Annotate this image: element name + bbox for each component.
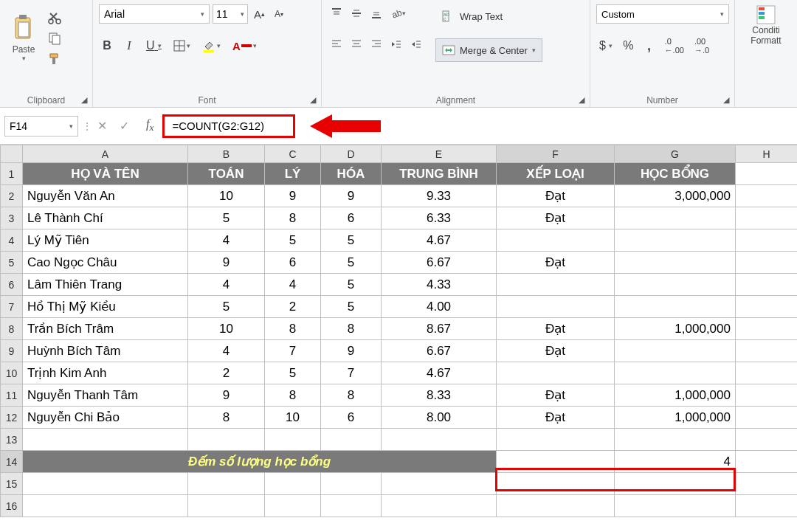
copy-button[interactable] xyxy=(45,30,64,47)
cell[interactable] xyxy=(736,473,798,495)
cell-name[interactable]: Nguyễn Văn An xyxy=(23,185,188,207)
col-header-E[interactable]: E xyxy=(382,145,497,163)
cell[interactable] xyxy=(265,495,321,517)
cell-ly[interactable]: 5 xyxy=(265,362,321,384)
cell[interactable] xyxy=(23,473,188,495)
cell[interactable] xyxy=(736,407,798,429)
clipboard-dialog-launcher[interactable]: ◢ xyxy=(79,94,89,105)
cell[interactable] xyxy=(23,429,188,451)
font-color-button[interactable]: A ▾ xyxy=(230,37,260,55)
cell[interactable] xyxy=(497,473,615,495)
cell[interactable] xyxy=(265,429,321,451)
cut-button[interactable] xyxy=(45,9,64,27)
cell-hoa[interactable]: 8 xyxy=(321,384,382,407)
table-header[interactable]: TRUNG BÌNH xyxy=(382,163,497,185)
cell-name[interactable]: Cao Ngọc Châu xyxy=(23,252,188,274)
format-painter-button[interactable] xyxy=(45,50,64,68)
row-header-6[interactable]: 6 xyxy=(1,274,23,296)
cell-ly[interactable]: 7 xyxy=(265,340,321,362)
cell-hocbong[interactable]: 1,000,000 xyxy=(615,318,736,340)
number-format-combo[interactable]: Custom ▾ xyxy=(596,4,729,24)
cell-name[interactable]: Lý Mỹ Tiên xyxy=(23,229,188,252)
col-header-A[interactable]: A xyxy=(23,145,188,163)
table-header[interactable]: LÝ xyxy=(265,163,321,185)
cell-xeploai[interactable]: Đạt xyxy=(497,318,615,340)
row-header-4[interactable]: 4 xyxy=(1,229,23,252)
row-header-15[interactable]: 15 xyxy=(1,473,23,495)
cell[interactable] xyxy=(736,318,798,340)
row-header-10[interactable]: 10 xyxy=(1,362,23,384)
cell[interactable] xyxy=(736,229,798,252)
align-center-button[interactable] xyxy=(348,35,365,53)
cell-hoa[interactable]: 8 xyxy=(321,318,382,340)
row-header-9[interactable]: 9 xyxy=(1,340,23,362)
cell-name[interactable]: Hồ Thị Mỹ Kiều xyxy=(23,296,188,318)
cell-hocbong[interactable] xyxy=(615,340,736,362)
cell-toan[interactable]: 9 xyxy=(188,384,265,407)
cell-name[interactable]: Lâm Thiên Trang xyxy=(23,274,188,296)
table-header[interactable]: XẾP LOẠI xyxy=(497,163,615,185)
cell[interactable] xyxy=(736,495,798,517)
font-name-combo[interactable]: Arial ▾ xyxy=(99,4,210,24)
cell-ly[interactable]: 2 xyxy=(265,296,321,318)
table-header[interactable]: TOÁN xyxy=(188,163,265,185)
row-header-3[interactable]: 3 xyxy=(1,207,23,229)
cell-hocbong[interactable] xyxy=(615,362,736,384)
row-header-13[interactable]: 13 xyxy=(1,429,23,451)
cell-tb[interactable]: 6.67 xyxy=(382,252,497,274)
cell[interactable] xyxy=(736,185,798,207)
cell-ly[interactable]: 8 xyxy=(265,384,321,407)
cell[interactable] xyxy=(615,495,736,517)
cell-hocbong[interactable]: 1,000,000 xyxy=(615,384,736,407)
borders-button[interactable]: ▾ xyxy=(170,37,193,55)
cell[interactable] xyxy=(736,252,798,274)
cell-ly[interactable]: 6 xyxy=(265,252,321,274)
table-header[interactable]: HỌC BỔNG xyxy=(615,163,736,185)
cell-toan[interactable]: 2 xyxy=(188,362,265,384)
cell-tb[interactable]: 8.00 xyxy=(382,407,497,429)
cell-hoa[interactable]: 9 xyxy=(321,340,382,362)
col-header-B[interactable]: B xyxy=(188,145,265,163)
cell[interactable] xyxy=(736,384,798,407)
increase-indent-button[interactable] xyxy=(407,35,425,53)
summary-label[interactable]: Đếm số lượng học bổng xyxy=(23,451,497,473)
cell-hocbong[interactable] xyxy=(615,274,736,296)
cell-xeploai[interactable] xyxy=(497,296,615,318)
cell-toan[interactable]: 10 xyxy=(188,185,265,207)
cell[interactable] xyxy=(23,495,188,517)
fill-color-button[interactable]: ▾ xyxy=(199,37,224,55)
cell-hocbong[interactable]: 3,000,000 xyxy=(615,185,736,207)
row-header-8[interactable]: 8 xyxy=(1,318,23,340)
cell-tb[interactable]: 4.33 xyxy=(382,274,497,296)
cell-toan[interactable]: 5 xyxy=(188,296,265,318)
cell-toan[interactable]: 4 xyxy=(188,229,265,252)
underline-button[interactable]: U ▾ xyxy=(143,37,165,55)
cell-xeploai[interactable] xyxy=(497,274,615,296)
cell-xeploai[interactable]: Đạt xyxy=(497,384,615,407)
cell-hocbong[interactable] xyxy=(615,252,736,274)
cell-hoa[interactable]: 7 xyxy=(321,362,382,384)
cell-tb[interactable]: 9.33 xyxy=(382,185,497,207)
alignment-dialog-launcher[interactable]: ◢ xyxy=(576,94,587,105)
spreadsheet-grid[interactable]: A B C D E F G H 1HỌ VÀ TÊNTOÁNLÝHÓATRUNG… xyxy=(0,145,797,517)
decrease-decimal-button[interactable]: .00→.0 xyxy=(691,37,712,55)
summary-result[interactable]: 4 xyxy=(615,451,736,473)
row-header-7[interactable]: 7 xyxy=(1,296,23,318)
cell-name[interactable]: Trịnh Kim Anh xyxy=(23,362,188,384)
col-header-D[interactable]: D xyxy=(321,145,382,163)
accounting-format-button[interactable]: $ ▾ xyxy=(596,37,615,55)
align-bottom-button[interactable] xyxy=(368,4,385,22)
bold-button[interactable]: B xyxy=(99,37,115,55)
cell-hoa[interactable]: 6 xyxy=(321,407,382,429)
cell-hoa[interactable]: 6 xyxy=(321,207,382,229)
cell-hoa[interactable]: 5 xyxy=(321,274,382,296)
align-right-button[interactable] xyxy=(368,35,385,53)
cell-name[interactable]: Huỳnh Bích Tâm xyxy=(23,340,188,362)
enter-formula-button[interactable]: ✓ xyxy=(115,117,133,135)
cell-name[interactable]: Nguyễn Chi Bảo xyxy=(23,407,188,429)
cell-xeploai[interactable]: Đạt xyxy=(497,407,615,429)
cell-xeploai[interactable]: Đạt xyxy=(497,252,615,274)
cell-hocbong[interactable] xyxy=(615,296,736,318)
decrease-font-button[interactable]: A▾ xyxy=(271,5,287,23)
row-header-5[interactable]: 5 xyxy=(1,252,23,274)
